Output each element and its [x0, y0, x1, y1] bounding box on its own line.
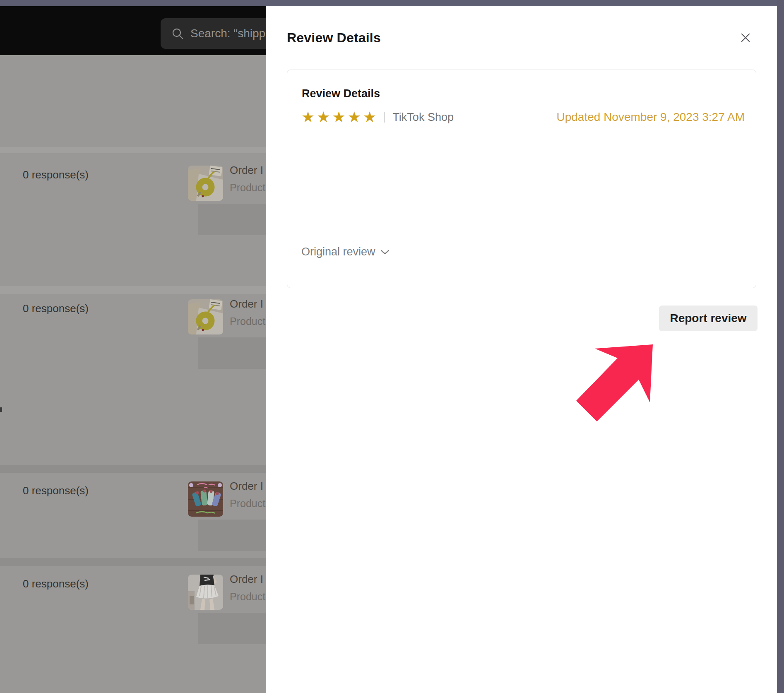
review-list-row: 0 response(s) Order I Product [0, 166, 266, 273]
product-thumbnail-socks [188, 481, 223, 517]
product-label: Product [230, 591, 265, 603]
close-button[interactable] [738, 30, 753, 45]
original-review-toggle[interactable]: Original review [301, 245, 390, 258]
annotation-arrow-icon [575, 343, 654, 422]
divider [384, 112, 385, 123]
row-gap-band [0, 465, 266, 473]
product-thumbnail-bag [188, 166, 223, 201]
responses-count: 0 response(s) [23, 168, 89, 181]
original-review-label: Original review [301, 245, 375, 258]
close-icon [740, 32, 751, 43]
platform-label: TikTok Shop [392, 111, 454, 124]
window-top-bar [0, 0, 784, 6]
modal-title: Review Details [287, 30, 381, 46]
rating-row: ★★★★★ TikTok Shop Updated November 9, 20… [301, 109, 745, 125]
row-gap-band [0, 147, 266, 153]
review-list-row: 0 response(s) Order I Product [0, 299, 266, 407]
search-value: Search: "shipp [190, 27, 265, 40]
star-rating-icons: ★★★★★ [301, 110, 378, 125]
product-label: Product [230, 182, 265, 194]
order-id-label: Order I [230, 166, 263, 177]
product-thumbnail-bag [188, 299, 223, 334]
product-label: Product [230, 315, 265, 327]
chevron-down-icon [380, 249, 390, 255]
updated-timestamp: Updated November 9, 2023 3:27 AM [556, 111, 745, 124]
order-id-label: Order I [230, 299, 263, 310]
window-right-strip [777, 0, 784, 693]
clipped-text-fragment [0, 407, 2, 412]
review-list-row: 0 response(s) [0, 481, 266, 589]
product-label: Product [230, 498, 265, 510]
review-content-box [198, 520, 266, 551]
review-details-modal: Review Details Review Details ★★★★★ TikT… [266, 6, 777, 693]
review-content-box [198, 613, 266, 644]
order-id-label: Order I [230, 575, 263, 586]
responses-count: 0 response(s) [23, 302, 89, 315]
review-content-box [198, 204, 266, 235]
card-heading: Review Details [302, 87, 380, 100]
search-icon [171, 27, 184, 40]
row-gap-band [0, 286, 266, 294]
review-content-box [198, 337, 266, 369]
order-id-label: Order I [230, 481, 263, 493]
responses-count: 0 response(s) [23, 578, 89, 590]
review-details-card: Review Details ★★★★★ TikTok Shop Updated… [287, 70, 756, 288]
product-thumbnail-skirt [188, 575, 223, 610]
search-input[interactable]: Search: "shipp [161, 18, 274, 49]
review-list-row: 0 response(s) Order I Product [0, 575, 266, 682]
app-header: Search: "shipp [0, 6, 266, 55]
responses-count: 0 response(s) [23, 484, 89, 497]
report-review-button[interactable]: Report review [659, 306, 758, 331]
